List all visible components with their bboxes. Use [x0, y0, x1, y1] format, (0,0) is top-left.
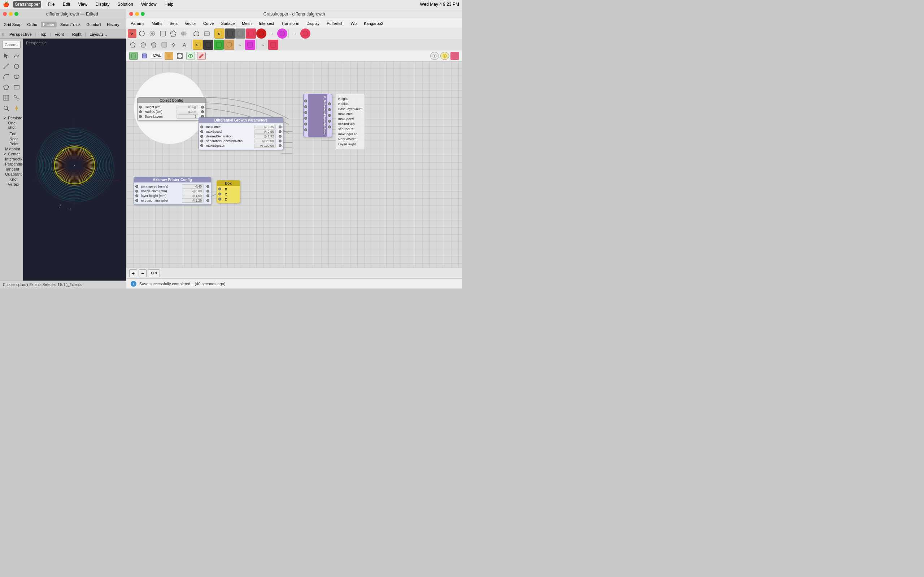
node-diff-growth[interactable]: Differential Growth Parameters maxForce … [199, 117, 283, 150]
gh-menu-params[interactable]: Params [129, 21, 146, 26]
gh-menu-wb[interactable]: Wb [349, 21, 359, 26]
node-object-config[interactable]: Object Config Height (cm) 8.0 ◎ Radius (… [137, 97, 206, 121]
viewport-tab-layouts[interactable]: Layouts... [87, 31, 110, 37]
command-input[interactable] [2, 41, 21, 49]
menu-item-window[interactable]: Window [140, 1, 158, 8]
select-tool[interactable] [1, 51, 11, 61]
port-maxspeed-out[interactable] [279, 130, 281, 133]
gh-icon-input5[interactable] [256, 29, 267, 39]
freeform-tool[interactable] [11, 72, 22, 82]
port-max-edge-in2[interactable] [304, 117, 307, 120]
snap-oneshot[interactable]: One shot [3, 121, 19, 130]
gh-icon-row2-4[interactable] [159, 40, 169, 50]
gh-icon-row2-6[interactable]: A [180, 40, 190, 50]
port-desired-sep-out[interactable] [279, 135, 281, 138]
port-layer-height-out[interactable] [207, 194, 209, 197]
gh-icon-row2-5[interactable]: 9 [170, 40, 180, 50]
grid-snap-button[interactable]: Grid Snap [2, 22, 24, 27]
mesh-tool[interactable] [1, 93, 11, 103]
port-box-z[interactable] [218, 198, 221, 200]
arc-tool[interactable] [1, 72, 11, 82]
gh-icon-close[interactable]: ✕ [128, 29, 136, 38]
gh-menu-surface[interactable]: Surface [220, 21, 236, 26]
analyze-tool[interactable] [1, 103, 11, 113]
gh-save-btn[interactable] [140, 52, 149, 60]
gh-icon-geo1[interactable] [137, 29, 147, 39]
snap-vertex[interactable]: Vertex [3, 182, 19, 187]
snap-tangent[interactable]: Tangent [3, 167, 19, 172]
port-box-c[interactable] [218, 193, 221, 195]
port-radius-in[interactable] [139, 110, 142, 113]
gh-icon-row2-green[interactable] [214, 40, 224, 50]
gh-icon-geo3[interactable] [158, 29, 168, 39]
gh-minimize-button[interactable] [135, 12, 139, 16]
gh-icon-row2-arrow[interactable]: → [234, 40, 245, 50]
node-printer-config[interactable]: Axidraw Printer Config print speed (mm/s… [134, 177, 211, 205]
node-p-diff-growth[interactable]: P_DifferentialGrowthInBase [303, 94, 332, 137]
gh-circle-btn1[interactable] [430, 52, 439, 60]
gh-icon-row2-1[interactable] [128, 40, 138, 50]
polygon-tool[interactable] [1, 82, 11, 92]
rhino-viewport[interactable]: Perspective y Z — x [23, 39, 126, 288]
menu-item-grasshopper[interactable]: Grasshopper [13, 1, 41, 8]
port-base-layers-in[interactable] [139, 115, 142, 118]
viewport-tab-right[interactable]: Right [69, 31, 84, 37]
snap-persistent[interactable]: Persistent [3, 115, 19, 121]
gh-menu-curve[interactable]: Curve [202, 21, 215, 26]
port-print-speed-out[interactable] [207, 185, 209, 188]
gh-fit-btn[interactable] [175, 52, 184, 60]
gh-icon-prim2[interactable] [202, 29, 212, 39]
port-nozzle-diam-in[interactable] [135, 190, 138, 193]
gumball-button[interactable]: Gumball [84, 22, 103, 27]
gh-icon-arrow-right[interactable]: → [267, 29, 277, 39]
gh-menu-sets[interactable]: Sets [168, 21, 179, 26]
gh-menu-transform[interactable]: Transform [280, 21, 300, 26]
port-height-out2[interactable] [328, 102, 331, 105]
curve-tool[interactable] [11, 51, 22, 61]
gh-icon-input4[interactable] [246, 29, 256, 39]
port-extrusion-mult-out[interactable] [207, 199, 209, 202]
minimize-button[interactable] [9, 12, 13, 16]
gh-maximize-button[interactable] [141, 12, 145, 16]
port-max-edge-len-out[interactable] [279, 144, 281, 147]
port-nozzle-diam-out[interactable] [207, 190, 209, 193]
viewport-tab-front[interactable]: Front [52, 31, 67, 37]
gh-icon-input2[interactable] [225, 29, 235, 39]
gh-icon-row2-num[interactable]: N [193, 40, 203, 50]
menu-item-edit[interactable]: Edit [61, 1, 72, 8]
snap-end[interactable]: End [3, 131, 19, 136]
smarttrack-button[interactable]: SmartTrack [58, 22, 82, 27]
gh-icon-geo4[interactable] [168, 29, 178, 39]
gh-menu-intersect[interactable]: Intersect [257, 21, 275, 26]
menu-item-display[interactable]: Display [94, 1, 111, 8]
gh-icon-row2-2[interactable] [138, 40, 149, 50]
gh-icon-row2-tan[interactable] [224, 40, 234, 50]
menu-item-file[interactable]: File [46, 1, 56, 8]
line-tool[interactable] [1, 61, 11, 71]
zoom-in-button[interactable]: + [129, 269, 137, 277]
gh-menu-pufferfish[interactable]: Pufferfish [325, 21, 345, 26]
port-radius-out2[interactable] [328, 108, 331, 111]
gh-canvas[interactable]: Object Config Object Config Height (cm) … [126, 61, 462, 288]
menu-item-view[interactable]: View [76, 1, 89, 8]
rect-tool[interactable] [11, 82, 22, 92]
gh-icon-geo2[interactable] [147, 29, 157, 39]
planar-button[interactable]: Planar [41, 22, 57, 27]
port-layer-height-in[interactable] [135, 194, 138, 197]
port-maxspeed-in[interactable] [200, 130, 203, 133]
port-sep-coh-in2[interactable] [304, 111, 307, 114]
port-desired-sep-in[interactable] [200, 135, 203, 138]
gh-icon-util2[interactable] [300, 29, 310, 39]
port-nozzle-in[interactable] [304, 122, 307, 126]
gh-orange-btn[interactable] [165, 52, 173, 60]
port-base-layer-count-out[interactable] [328, 114, 331, 117]
port-box-b[interactable] [218, 187, 221, 190]
zoom-out-button[interactable]: − [139, 269, 147, 277]
gh-pencil-btn[interactable] [197, 52, 206, 60]
ortho-button[interactable]: Ortho [25, 22, 40, 27]
gh-icon-row2-3[interactable] [149, 40, 159, 50]
port-maxspeed-out2[interactable] [328, 126, 331, 128]
menu-item-solution[interactable]: Solution [116, 1, 135, 8]
gh-icon-input1[interactable]: N [215, 29, 225, 39]
port-layer-h-in[interactable] [304, 128, 307, 131]
